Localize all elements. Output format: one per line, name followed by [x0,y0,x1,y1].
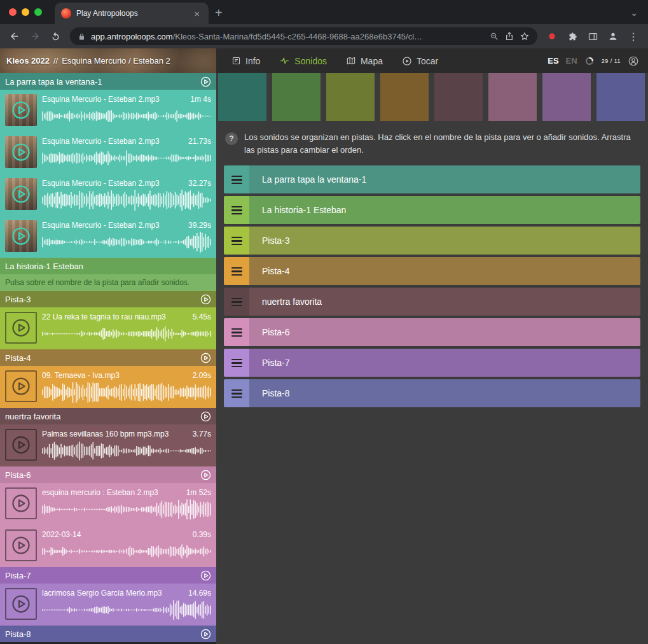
forward-icon[interactable] [25,27,45,46]
track-row[interactable]: nuertra favorita [224,288,640,316]
track-header[interactable]: Pista-8 [0,626,216,642]
track-bar[interactable]: Pista-4 [249,257,640,285]
drag-handle-icon[interactable] [224,349,249,377]
track-header[interactable]: La historia-1 Esteban [0,258,216,274]
track-row[interactable]: La historia-1 Esteban [224,196,640,224]
lang-es[interactable]: ES [548,56,558,66]
account-icon[interactable] [628,55,639,67]
audio-clip[interactable]: 2022-03-140.39s [0,525,216,567]
drag-handle-icon[interactable] [224,379,249,407]
clip-thumbnail[interactable] [5,178,37,210]
close-window-button[interactable] [9,8,17,16]
clip-play-button[interactable] [5,487,37,519]
profile-avatar-icon[interactable] [603,27,623,46]
tab-search-chevron-icon[interactable]: ⌄ [630,8,648,24]
track-section: Pista-7lacrimosa Sergio García Merlo.mp3… [0,567,216,626]
track-bar[interactable]: Pista-3 [249,227,640,255]
track-header[interactable]: Pista-3 [0,291,216,307]
track-row[interactable]: Pista-6 [224,318,640,346]
clip-thumbnail[interactable] [5,94,37,126]
track-name: Pista-4 [5,353,31,363]
browser-tab[interactable]: Play Antropoloops × [55,3,209,24]
audio-clip[interactable]: 09. Temaeva - Iva.mp32.09s [0,366,216,408]
reload-icon[interactable] [46,27,65,46]
waveform [42,381,211,404]
track-row[interactable]: Pista-3 [224,227,640,255]
track-swatch[interactable] [380,73,429,121]
minimize-window-button[interactable] [22,8,29,16]
track-row[interactable]: Pista-8 [224,379,640,407]
lang-en[interactable]: EN [566,56,577,66]
play-track-icon[interactable] [200,294,211,305]
extensions-puzzle-icon[interactable] [563,27,582,46]
nav-tocar[interactable]: Tocar [402,56,438,66]
track-header[interactable]: nuertra favorita [0,408,216,424]
new-tab-button[interactable]: + [209,4,229,22]
clip-play-button[interactable] [5,588,37,620]
track-swatch[interactable] [488,73,537,121]
browser-menu-icon[interactable]: ⋮ [624,27,643,46]
play-track-icon[interactable] [200,76,211,87]
record-extension-icon[interactable] [542,27,562,46]
drag-handle-icon[interactable] [224,227,249,255]
clip-thumbnail[interactable] [5,220,37,252]
track-header[interactable]: La parra tapa la ventana-1 [0,73,216,90]
track-header[interactable]: Pista-6 [0,466,216,483]
track-swatch[interactable] [542,73,591,121]
clip-play-button[interactable] [5,429,37,461]
track-row[interactable]: La parra tapa la ventana-1 [224,165,640,193]
audio-clip[interactable]: Esquina Mercurio - Esteban 2.mp31m 4s [0,90,216,132]
play-track-icon[interactable] [200,570,211,581]
lock-icon[interactable] [78,32,86,41]
track-swatch[interactable] [596,73,645,121]
track-bar[interactable]: Pista-8 [249,379,640,407]
track-bar[interactable]: La parra tapa la ventana-1 [249,165,640,193]
back-icon[interactable] [5,27,24,46]
track-bar[interactable]: Pista-6 [249,318,640,346]
clip-play-button[interactable] [5,312,37,344]
drag-handle-icon[interactable] [224,196,249,224]
audio-clip[interactable]: 22 Ua reka te tagnia to rau niau.mp35.45… [0,307,216,349]
fullscreen-window-button[interactable] [34,8,42,16]
track-row[interactable]: Pista-7 [224,349,640,377]
audio-clip[interactable]: Palmas sevillanas 160 bpm mp3.mp33.77s [0,424,216,466]
audio-clip[interactable]: esquina mercurio : Esteban 2.mp31m 52s [0,483,216,525]
clip-info: 09. Temaeva - Iva.mp32.09s [42,370,211,404]
play-track-icon[interactable] [200,470,211,480]
audio-clip[interactable]: Esquina Mercurio - Esteban 2.mp339.29s [0,216,216,258]
audio-clip[interactable]: lacrimosa Sergio García Merlo.mp314.69s [0,584,216,626]
track-swatch[interactable] [272,73,321,121]
play-circle-icon [402,56,412,66]
nav-sonidos[interactable]: Sonidos [279,56,327,66]
track-bar[interactable]: La historia-1 Esteban [249,196,640,224]
bookmark-star-icon[interactable] [520,31,530,41]
track-bar[interactable]: Pista-7 [249,349,640,377]
drag-handle-icon[interactable] [224,257,249,285]
track-swatch[interactable] [326,73,375,121]
play-track-icon[interactable] [200,629,211,640]
track-bar[interactable]: nuertra favorita [249,288,640,316]
nav-mapa[interactable]: Mapa [346,56,383,66]
drag-handle-icon[interactable] [224,165,249,193]
play-track-icon[interactable] [200,411,211,422]
audio-clip[interactable]: Esquina Mercurio - Esteban 2.mp332.27s [0,174,216,216]
clip-play-button[interactable] [5,529,37,561]
track-swatch[interactable] [218,73,266,121]
tab-close-icon[interactable]: × [191,8,202,20]
track-swatch[interactable] [434,73,483,121]
share-icon[interactable] [504,31,514,41]
track-header[interactable]: Pista-4 [0,349,216,366]
breadcrumb[interactable]: Kleos 2022 // Esquina Mercurio / Esteban… [0,48,216,73]
address-bar[interactable]: app.antropoloops.com/Kleos-Santa-Marina/… [70,27,537,45]
drag-handle-icon[interactable] [224,318,249,346]
drag-handle-icon[interactable] [224,288,249,316]
track-row[interactable]: Pista-4 [224,257,640,285]
clip-play-button[interactable] [5,370,37,402]
side-panel-icon[interactable] [583,27,602,46]
play-track-icon[interactable] [200,353,211,363]
track-header[interactable]: Pista-7 [0,567,216,584]
nav-info[interactable]: Info [231,56,260,66]
zoom-icon[interactable] [489,31,499,41]
clip-thumbnail[interactable] [5,136,37,168]
audio-clip[interactable]: Esquina Mercurio - Esteban 2.mp321.73s [0,132,216,174]
